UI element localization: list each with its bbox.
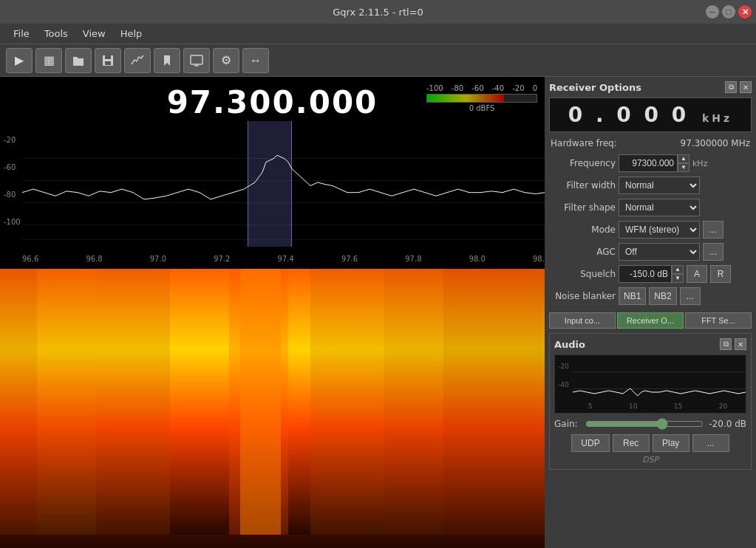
transfer-button[interactable]: ↔ (242, 48, 269, 73)
filter-shape-row: Filter shape Normal Sharp Soft (549, 199, 752, 216)
mode-more-button[interactable]: ... (703, 221, 723, 239)
mode-label: Mode (549, 225, 616, 235)
close-button[interactable]: ✕ (738, 5, 752, 18)
panel-close-button[interactable]: ✕ (740, 81, 752, 93)
filter-shape-label: Filter shape (549, 202, 616, 213)
menu-help[interactable]: Help (113, 25, 150, 42)
signal-dbfs: 0 dBFS (426, 104, 537, 112)
maximize-button[interactable]: □ (722, 5, 735, 18)
frequency-down-button[interactable]: ▼ (678, 163, 689, 172)
more-audio-button[interactable]: ... (692, 434, 729, 452)
freq-976: 97.6 (341, 255, 358, 263)
signal-meter: -100 -80 -60 -40 -20 0 0 dBFS (426, 84, 537, 112)
svg-rect-9 (229, 269, 240, 535)
toolbar: ▶ ▦ ⚙ ↔ (0, 44, 756, 77)
freq-982: 98. (533, 255, 545, 263)
squelch-row: Squelch ▲ ▼ A R (549, 265, 752, 283)
squelch-r-button[interactable]: R (710, 265, 731, 283)
db-minus80: -80 (4, 191, 21, 199)
agc-select[interactable]: Off Fast Medium Slow (619, 243, 700, 261)
squelch-spinbox-btns: ▲ ▼ (672, 265, 684, 283)
rec-button[interactable]: Rec (613, 434, 650, 452)
window-controls: ─ □ ✕ (706, 5, 752, 18)
squelch-up-button[interactable]: ▲ (672, 265, 684, 274)
filter-width-label: Filter width (549, 180, 616, 191)
audio-y-minus40: -40 (558, 381, 569, 388)
mode-select[interactable]: WFM (stereo) WFM (mono) FM AM (619, 221, 700, 239)
agc-more-button[interactable]: ... (703, 243, 723, 261)
svg-rect-15 (384, 269, 443, 535)
frequency-axis: 96.6 96.8 97.0 97.2 97.4 97.6 97.8 98.0 … (22, 255, 545, 263)
freq-978: 97.8 (405, 255, 421, 263)
db-scale: -20 -60 -80 -100 (4, 136, 21, 226)
frequency-input[interactable] (619, 154, 678, 172)
audio-y-minus20: -20 (558, 363, 569, 370)
udp-button[interactable]: UDP (571, 434, 609, 452)
tab-input[interactable]: Input co... (549, 312, 616, 329)
hw-freq-label: Hardware freq: (551, 138, 617, 148)
noise-blanker-more-button[interactable]: ... (680, 287, 701, 305)
bookmark-button[interactable] (154, 48, 180, 73)
freq-972: 97.2 (214, 255, 230, 263)
menu-tools[interactable]: Tools (37, 25, 75, 42)
noise-blanker-row: Noise blanker NB1 NB2 ... (549, 287, 752, 305)
titlebar: Gqrx 2.11.5 - rtl=0 ─ □ ✕ (0, 0, 756, 24)
panel-restore-button[interactable]: ⧉ (725, 81, 737, 93)
tab-receiver[interactable]: Receiver O... (617, 312, 684, 329)
settings-button[interactable]: ⚙ (213, 48, 239, 73)
gain-label: Gain: (554, 419, 581, 429)
frequency-up-button[interactable]: ▲ (678, 154, 689, 163)
filter-shape-select[interactable]: Normal Sharp Soft (619, 199, 700, 216)
frequency-display: 97.300.000 (167, 84, 378, 120)
filter-width-select[interactable]: Normal Narrow Wide (619, 177, 700, 194)
squelch-spinbox: ▲ ▼ (619, 265, 684, 283)
save-button[interactable] (95, 48, 121, 73)
receiver-options-controls: ⧉ ✕ (725, 81, 752, 93)
spectrum-panel: 97.300.000 -100 -80 -60 -40 -20 0 0 dBFS (0, 77, 545, 548)
nb2-button[interactable]: NB2 (649, 287, 676, 305)
audio-restore-button[interactable]: ⧉ (720, 338, 732, 350)
freq-readout-value: 0 . 0 0 0 (568, 103, 689, 127)
gain-slider[interactable] (585, 418, 704, 430)
frequency-spinbox-btns: ▲ ▼ (678, 154, 689, 172)
dsp-label: DSP (554, 455, 746, 465)
squelch-down-button[interactable]: ▼ (672, 274, 684, 283)
spectrum-view-button[interactable] (124, 48, 151, 73)
tab-fft[interactable]: FFT Se... (685, 312, 752, 329)
audio-close-button[interactable]: ✕ (735, 338, 746, 350)
frequency-unit: kHz (692, 159, 707, 168)
window-title: Gqrx 2.11.5 - rtl=0 (333, 7, 423, 18)
agc-row: AGC Off Fast Medium Slow ... (549, 243, 752, 261)
spectrum-display[interactable]: 97.300.000 -100 -80 -60 -40 -20 0 0 dBFS (0, 77, 545, 269)
noise-blanker-label: Noise blanker (549, 291, 616, 301)
frequency-label: Frequency (549, 158, 616, 168)
freq-readout-unit: kHz (702, 112, 732, 124)
agc-label: AGC (549, 247, 616, 257)
freq-966: 96.6 (22, 255, 38, 263)
filter-width-row: Filter width Normal Narrow Wide (549, 177, 752, 194)
svg-rect-16 (443, 269, 545, 535)
screen-button[interactable] (183, 48, 210, 73)
squelch-a-button[interactable]: A (687, 265, 707, 283)
svg-rect-12 (37, 269, 96, 535)
menu-view[interactable]: View (75, 25, 113, 42)
right-panel: Receiver Options ⧉ ✕ 0 . 0 0 0 kHz Hardw… (545, 77, 756, 548)
audio-freq-axis: 5 10 15 20 (555, 403, 746, 410)
audio-panel-controls: ⧉ ✕ (720, 338, 746, 350)
menu-file[interactable]: File (6, 25, 37, 42)
nb1-button[interactable]: NB1 (619, 287, 646, 305)
open-button[interactable] (65, 48, 92, 73)
hw-freq-value: 97.300000 MHz (681, 138, 750, 148)
gain-row: Gain: -20.0 dB (554, 418, 746, 430)
freq-readout-display: 0 . 0 0 0 kHz (549, 97, 752, 132)
memory-button[interactable]: ▦ (35, 48, 62, 73)
scale-minus80: -80 (452, 84, 463, 92)
signal-bar-fill (427, 95, 504, 102)
squelch-input[interactable] (619, 265, 672, 283)
minimize-button[interactable]: ─ (706, 5, 719, 18)
play-audio-button[interactable]: Play (653, 434, 689, 452)
play-button[interactable]: ▶ (6, 48, 33, 73)
svg-marker-3 (164, 55, 170, 66)
svg-rect-11 (0, 269, 37, 535)
waterfall-display[interactable] (0, 269, 545, 548)
